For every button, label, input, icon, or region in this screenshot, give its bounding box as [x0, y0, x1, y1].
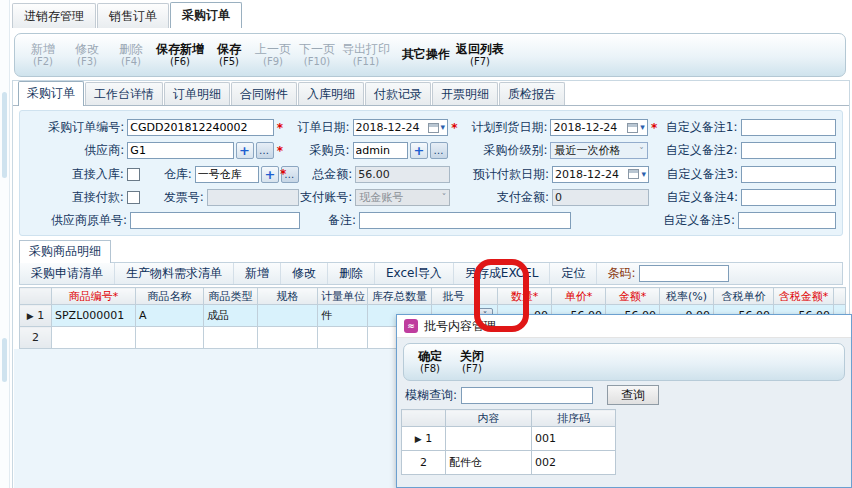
confirm-button[interactable]: 确定 (F8): [418, 350, 442, 374]
col-quantity[interactable]: 数量*: [498, 288, 552, 305]
batch-content-table: 内容 排序码 ▶ 1 材料仓 001 2 配件仓 002: [401, 409, 616, 475]
items-toolbar: 采购申请清单 生产物料需求清单 新增 修改 删除 Excel导入 另存成EXCE…: [19, 262, 843, 285]
tab-contract-attachment[interactable]: 合同附件: [231, 82, 297, 105]
col-tax-incl-price[interactable]: 含税单价: [714, 288, 774, 305]
locate-button[interactable]: 定位: [550, 263, 597, 284]
col-spec[interactable]: 规格: [258, 288, 318, 305]
warehouse-label: 仓库:: [164, 166, 195, 183]
close-button[interactable]: 关闭 (F7): [460, 350, 484, 374]
price-level-select[interactable]: 最近一次价格 ˅: [550, 142, 647, 159]
item-modify-button[interactable]: 修改: [281, 263, 328, 284]
add-supplier-button[interactable]: +: [236, 142, 254, 159]
items-section-tab[interactable]: 采购商品明细: [19, 240, 111, 263]
barcode-input[interactable]: [639, 265, 729, 282]
required-mark: *: [448, 121, 461, 135]
tab-workbench-detail[interactable]: 工作台详情: [85, 82, 163, 105]
tab-quality-report[interactable]: 质检报告: [499, 82, 565, 105]
export-print-button[interactable]: 导出打印 (F11): [339, 41, 393, 69]
col-content[interactable]: 内容: [446, 410, 532, 427]
direct-inbound-checkbox[interactable]: [127, 168, 140, 181]
col-unit[interactable]: 计量单位: [318, 288, 368, 305]
custom-remark2-input[interactable]: [741, 142, 837, 159]
tab-order-detail[interactable]: 订单明细: [164, 82, 230, 105]
add-buyer-button[interactable]: +: [410, 142, 428, 159]
dropdown-arrow-icon[interactable]: ▾: [640, 123, 645, 132]
col-product-name[interactable]: 商品名称: [136, 288, 204, 305]
buyer-label: 采购员:: [286, 142, 352, 159]
remark-input[interactable]: [359, 212, 571, 229]
dropdown-arrow-icon[interactable]: ▾: [641, 170, 646, 179]
next-page-button[interactable]: 下一页 (F10): [295, 41, 339, 69]
tab-sales-order[interactable]: 销售订单: [97, 3, 169, 28]
col-tax-incl-amount[interactable]: 含税金额*: [774, 288, 834, 305]
custom-remark5-input[interactable]: [738, 212, 836, 229]
browse-supplier-button[interactable]: …: [256, 142, 274, 159]
order-no-input[interactable]: [127, 119, 273, 136]
col-product-type[interactable]: 商品类型: [204, 288, 258, 305]
current-row-arrow-icon: ▶: [27, 311, 34, 321]
detail-tab-strip: 采购订单 工作台详情 订单明细 合同附件 入库明细 付款记录 开票明细 质检报告: [13, 81, 849, 106]
col-unit-price[interactable]: 单价*: [552, 288, 606, 305]
custom-remark3-input[interactable]: [741, 166, 836, 183]
modify-button[interactable]: 修改 (F3): [65, 41, 109, 69]
tab-inbound-detail[interactable]: 入库明细: [298, 82, 364, 105]
supplier-ref-no-input[interactable]: [130, 212, 300, 229]
left-splitter[interactable]: [0, 0, 10, 488]
dropdown-arrow-icon[interactable]: ▾: [441, 123, 446, 132]
direct-inbound-label: 直接入库:: [24, 166, 127, 183]
production-material-demand-button[interactable]: 生产物料需求清单: [115, 263, 234, 284]
tab-purchase-order[interactable]: 采购订单: [170, 2, 242, 28]
custom-remark1-input[interactable]: [741, 119, 837, 136]
col-stock-total[interactable]: 库存总数量: [368, 288, 432, 305]
main-toolbar: 新增 (F2) 修改 (F3) 删除 (F4) 保存新增 (F6) 保存 (F5…: [14, 33, 846, 77]
save-as-excel-button[interactable]: 另存成EXCEL: [454, 263, 551, 284]
custom-remark4-label: 自定义备注4:: [662, 189, 742, 206]
tab-invoice-detail[interactable]: 开票明细: [432, 82, 498, 105]
item-add-button[interactable]: 新增: [234, 263, 281, 284]
back-to-list-button[interactable]: 返回列表 (F7): [453, 41, 507, 69]
batch-manager-icon: ≈: [404, 319, 418, 333]
col-tax-rate[interactable]: 税率(%): [660, 288, 714, 305]
plan-arrival-date-field[interactable]: 2018-12-24 ▾: [550, 119, 647, 136]
col-batch-no[interactable]: 批号: [432, 288, 476, 305]
order-no-label: 采购订单编号:: [24, 119, 127, 136]
required-mark: *: [274, 144, 287, 158]
add-button[interactable]: 新增 (F2): [21, 41, 65, 69]
supplier-ref-no-label: 供应商原单号:: [24, 212, 130, 229]
save-button[interactable]: 保存 (F5): [207, 41, 251, 69]
save-new-button[interactable]: 保存新增 (F6): [153, 41, 207, 69]
tab-payment-record[interactable]: 付款记录: [365, 82, 431, 105]
other-operations-button[interactable]: 其它操作: [399, 46, 453, 63]
expected-pay-date-field[interactable]: 2018-12-24 ▾: [552, 166, 649, 183]
col-sort-code[interactable]: 排序码: [532, 410, 616, 427]
buyer-input[interactable]: [353, 142, 409, 159]
splitter-segment: [2, 92, 7, 178]
col-batch-extra[interactable]: [476, 288, 498, 305]
item-delete-button[interactable]: 删除: [328, 263, 375, 284]
list-item[interactable]: 2 配件仓 002: [402, 451, 616, 475]
col-product-code[interactable]: 商品编号*: [52, 288, 136, 305]
col-amount[interactable]: 金额*: [606, 288, 660, 305]
prev-page-button[interactable]: 上一页 (F9): [251, 41, 295, 69]
warehouse-input[interactable]: [195, 166, 259, 183]
popup-titlebar[interactable]: ≈ 批号内容管理: [397, 315, 851, 338]
supplier-input[interactable]: [127, 142, 233, 159]
order-date-field[interactable]: 2018-12-24 ▾: [353, 119, 449, 136]
purchase-request-list-button[interactable]: 采购申请清单: [20, 263, 115, 284]
calendar-icon: [628, 169, 639, 179]
browse-buyer-button[interactable]: …: [430, 142, 448, 159]
list-item[interactable]: ▶ 1 材料仓 001: [402, 427, 616, 451]
excel-import-button[interactable]: Excel导入: [375, 263, 454, 284]
calendar-icon: [428, 123, 439, 133]
invoice-no-label: 发票号:: [164, 189, 207, 206]
pay-amount-input: [552, 189, 649, 206]
direct-payment-checkbox[interactable]: [127, 191, 140, 204]
calendar-icon: [627, 123, 638, 133]
tab-purchase-order-detail[interactable]: 采购订单: [18, 81, 84, 106]
query-button[interactable]: 查询: [607, 385, 659, 405]
delete-button[interactable]: 删除 (F4): [109, 41, 153, 69]
order-header-form: 采购订单编号: * 订单日期: 2018-12-24 ▾ * 计划到货日期: 2…: [19, 110, 843, 236]
fuzzy-query-input[interactable]: [461, 387, 593, 404]
tab-inventory-management[interactable]: 进销存管理: [12, 3, 96, 28]
custom-remark4-input[interactable]: [741, 189, 836, 206]
